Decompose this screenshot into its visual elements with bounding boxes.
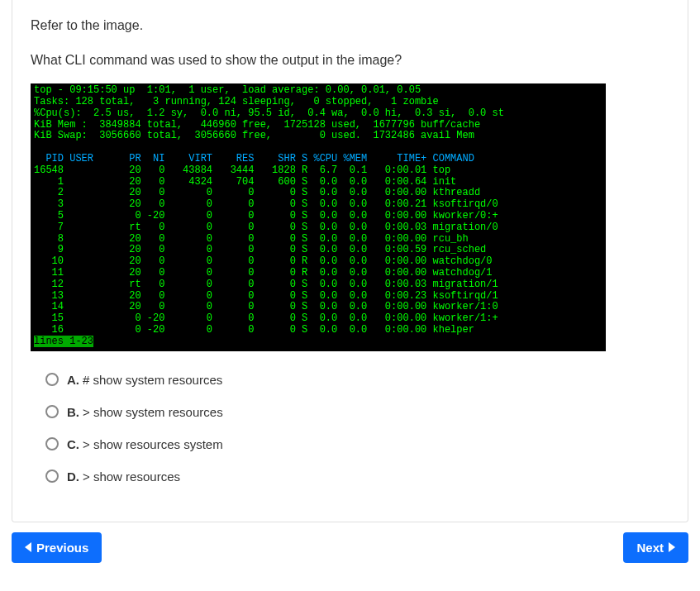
nav-bar: Previous Next	[12, 532, 688, 563]
table-row: 9 20 0 0 0 0 S 0.0 0.0 0:00.59 rcu_sched	[34, 244, 486, 255]
table-row: 8 20 0 0 0 0 S 0.0 0.0 0:00.00 rcu_bh	[34, 233, 469, 245]
radio-d[interactable]	[45, 469, 59, 483]
radio-b[interactable]	[45, 405, 59, 418]
table-row: 16548 20 0 43884 3444 1828 R 6.7 0.1 0:0…	[34, 164, 450, 176]
answer-options: A.# show system resources B.> show syste…	[45, 373, 669, 484]
table-row: 16 0 -20 0 0 0 S 0.0 0.0 0:00.00 khelper	[34, 324, 474, 336]
table-row: 2 20 0 0 0 0 S 0.0 0.0 0:00.00 kthreadd	[34, 187, 480, 198]
previous-button[interactable]: Previous	[12, 532, 102, 563]
chevron-left-icon	[25, 542, 31, 552]
terminal-summary-3: KiB Mem : 3849884 total, 446960 free, 17…	[34, 119, 480, 131]
table-row: 13 20 0 0 0 0 S 0.0 0.0 0:00.23 ksoftirq…	[34, 290, 498, 302]
option-b[interactable]: B.> show system resources	[45, 405, 669, 419]
question-prompt: What CLI command was used to show the ou…	[31, 50, 669, 71]
terminal-summary-2: %Cpu(s): 2.5 us, 1.2 sy, 0.0 ni, 95.5 id…	[34, 107, 504, 119]
table-row: 5 0 -20 0 0 0 S 0.0 0.0 0:00.00 kworker/…	[34, 210, 498, 222]
question-intro: Refer to the image.	[31, 15, 669, 36]
terminal-columns: PID USER PR NI VIRT RES SHR S %CPU %MEM …	[34, 153, 474, 164]
table-row: 10 20 0 0 0 0 R 0.0 0.0 0:00.00 watchdog…	[34, 255, 493, 267]
table-row: 15 0 -20 0 0 0 S 0.0 0.0 0:00.00 kworker…	[34, 312, 498, 324]
option-a-label: A.# show system resources	[67, 373, 222, 387]
option-d-label: D.> show resources	[67, 469, 180, 484]
radio-a[interactable]	[45, 373, 59, 386]
terminal-output: top - 09:15:50 up 1:01, 1 user, load ave…	[31, 83, 606, 350]
next-label: Next	[636, 541, 664, 555]
chevron-right-icon	[669, 542, 675, 552]
option-c[interactable]: C.> show resources system	[45, 437, 669, 451]
next-button[interactable]: Next	[623, 532, 688, 563]
option-d[interactable]: D.> show resources	[45, 469, 669, 484]
previous-label: Previous	[36, 541, 88, 555]
option-a[interactable]: A.# show system resources	[45, 373, 669, 387]
table-row: 14 20 0 0 0 0 S 0.0 0.0 0:00.00 kworker/…	[34, 301, 498, 312]
table-row: 3 20 0 0 0 0 S 0.0 0.0 0:00.21 ksoftirqd…	[34, 198, 498, 210]
table-row: 12 rt 0 0 0 0 S 0.0 0.0 0:00.03 migratio…	[34, 279, 498, 290]
table-row: 1 20 0 4324 704 600 S 0.0 0.0 0:00.64 in…	[34, 176, 456, 188]
terminal-summary-4: KiB Swap: 3056660 total, 3056660 free, 0…	[34, 130, 474, 141]
terminal-summary-1: Tasks: 128 total, 3 running, 124 sleepin…	[34, 96, 439, 107]
option-c-label: C.> show resources system	[67, 437, 223, 451]
radio-c[interactable]	[45, 437, 59, 450]
question-card: Refer to the image. What CLI command was…	[12, 0, 688, 522]
terminal-summary-0: top - 09:15:50 up 1:01, 1 user, load ave…	[34, 84, 421, 96]
table-row: 7 rt 0 0 0 0 S 0.0 0.0 0:00.03 migration…	[34, 222, 498, 233]
table-row: 11 20 0 0 0 0 R 0.0 0.0 0:00.00 watchdog…	[34, 267, 493, 279]
terminal-status: lines 1-23	[34, 336, 93, 347]
option-b-label: B.> show system resources	[67, 405, 223, 419]
